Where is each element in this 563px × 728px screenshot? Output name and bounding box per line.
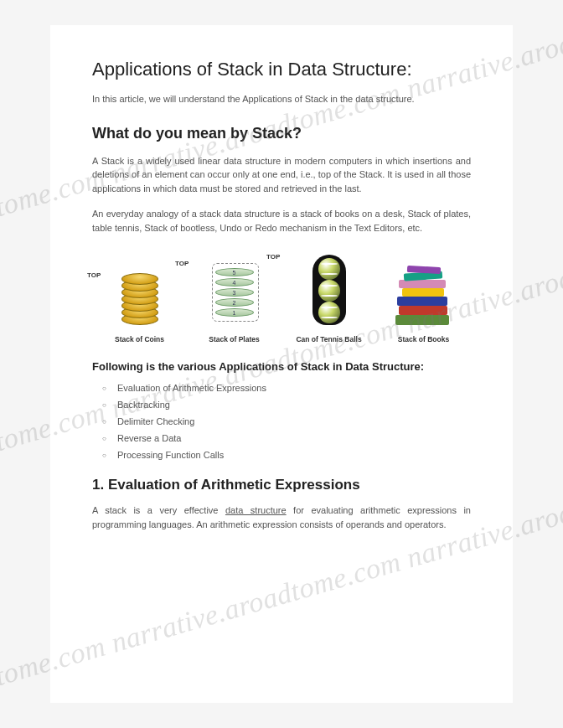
plate-4: 4 (215, 278, 254, 287)
document-page: Applications of Stack in Data Structure:… (50, 25, 513, 703)
caption-plates: Stack of Plates (187, 335, 282, 343)
list-item: Delimiter Checking (117, 416, 471, 426)
top-label-can: TOP (266, 253, 280, 261)
heading-what-is-stack: What do you mean by Stack? (92, 125, 471, 142)
books-cell (376, 261, 471, 325)
plate-1: 1 (215, 308, 254, 317)
caption-books: Stack of Books (376, 335, 471, 343)
applications-list: Evaluation of Arithmetic Expressions Bac… (92, 383, 471, 460)
caption-coins: Stack of Coins (92, 335, 187, 343)
stack-examples-diagram: TOP TOP 1 2 3 4 5 TOP (92, 246, 471, 330)
plate-3: 3 (215, 288, 254, 297)
plates-cell: TOP 1 2 3 4 5 (187, 258, 282, 325)
data-structure-link[interactable]: data structure (225, 505, 287, 515)
heading-applications-list: Following is the various Applications of… (92, 360, 471, 373)
definition-paragraph: A Stack is a widely used linear data str… (92, 154, 471, 196)
stack-of-coins-icon (106, 266, 173, 325)
evaluation-paragraph: A stack is a very effective data structu… (92, 503, 471, 531)
caption-can: Can of Tennis Balls (282, 335, 376, 343)
para3-part-a: A stack is a very effective (92, 505, 225, 515)
top-label-coins: TOP (87, 271, 101, 279)
plate-5: 5 (215, 268, 254, 276)
list-item: Reverse a Data (117, 433, 471, 443)
can-cell: TOP (282, 255, 376, 325)
diagram-captions: Stack of Coins Stack of Plates Can of Te… (92, 335, 471, 343)
page-title: Applications of Stack in Data Structure: (92, 59, 471, 80)
list-item: Processing Function Calls (117, 450, 471, 460)
list-item: Backtracking (117, 400, 471, 410)
top-label-plates: TOP (175, 260, 189, 267)
heading-evaluation: 1. Evaluation of Arithmetic Expressions (92, 477, 471, 493)
can-of-tennis-balls-icon (312, 255, 346, 325)
list-item: Evaluation of Arithmetic Expressions (117, 383, 471, 393)
coins-cell: TOP (92, 266, 187, 325)
stack-of-plates-icon: 1 2 3 4 5 (205, 258, 264, 325)
intro-paragraph: In this article, we will understand the … (92, 92, 471, 106)
plate-2: 2 (215, 298, 254, 307)
stack-of-books-icon (390, 261, 457, 325)
analogy-paragraph: An everyday analogy of a stack data stru… (92, 207, 471, 235)
